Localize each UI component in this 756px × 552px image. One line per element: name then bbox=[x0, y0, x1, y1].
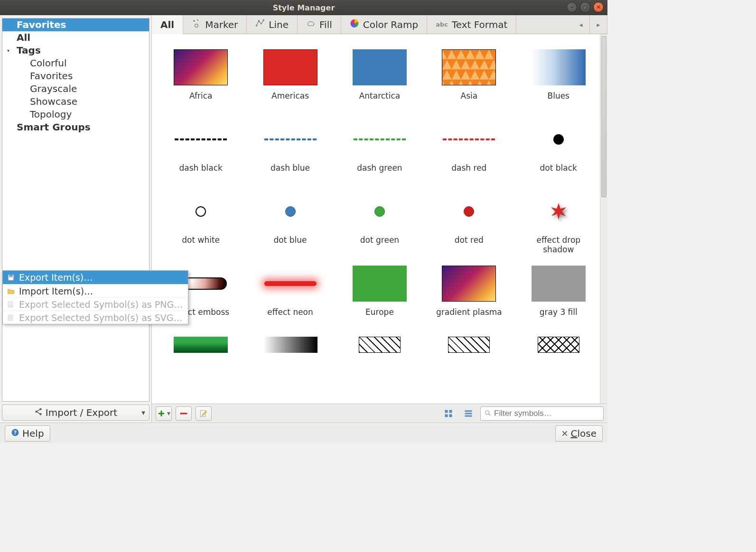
tab-all[interactable]: All bbox=[152, 15, 183, 34]
svg-rect-41 bbox=[465, 410, 472, 412]
add-item-button[interactable]: ▼ bbox=[156, 406, 172, 421]
category-tree[interactable]: Favorites All ▾Tags Colorful Favorites G… bbox=[2, 18, 149, 402]
symbol-item[interactable]: Europe bbox=[344, 265, 415, 327]
minimize-button[interactable]: – bbox=[567, 2, 577, 12]
symbol-item[interactable]: dash red bbox=[433, 120, 504, 183]
svg-rect-48 bbox=[8, 302, 12, 307]
symbol-item[interactable]: dot black bbox=[523, 120, 594, 183]
save-icon bbox=[7, 273, 15, 282]
tree-item-favorites-tag[interactable]: Favorites bbox=[2, 70, 149, 83]
tab-line[interactable]: Line bbox=[247, 15, 298, 34]
tab-fill[interactable]: Fill bbox=[298, 15, 341, 34]
symbol-item[interactable]: Americas bbox=[255, 48, 326, 111]
vertical-scrollbar[interactable] bbox=[600, 34, 607, 404]
tree-item-showcase[interactable]: Showcase bbox=[2, 95, 149, 108]
svg-marker-31 bbox=[466, 81, 475, 85]
import-export-button[interactable]: Import / Export ▼ bbox=[2, 405, 149, 421]
symbol-grid[interactable]: Africa Americas Antarctica Asia Blues da… bbox=[152, 34, 607, 404]
symbol-item[interactable]: dash blue bbox=[255, 120, 326, 183]
symbol-item[interactable]: gradient plasma bbox=[433, 265, 504, 327]
svg-rect-37 bbox=[445, 410, 448, 413]
tab-text-format[interactable]: abc Text Format bbox=[427, 15, 516, 34]
filter-input[interactable] bbox=[494, 409, 599, 418]
share-icon bbox=[34, 407, 43, 418]
tree-item-favorites[interactable]: Favorites bbox=[2, 18, 149, 31]
symbol-item[interactable]: dot green bbox=[344, 193, 415, 255]
dropdown-icon: ▼ bbox=[167, 411, 170, 416]
content-pane: All Marker Line Fill Color Ramp abc Text… bbox=[151, 15, 607, 423]
titlebar: Style Manager – ▢ ✕ bbox=[0, 0, 607, 15]
svg-point-44 bbox=[485, 411, 489, 414]
tree-item-colorful[interactable]: Colorful bbox=[2, 57, 149, 70]
symbol-item[interactable]: dot red bbox=[433, 193, 504, 255]
svg-rect-47 bbox=[9, 278, 13, 280]
svg-marker-29 bbox=[447, 81, 457, 85]
symbol-item[interactable] bbox=[165, 337, 236, 353]
svg-rect-42 bbox=[465, 413, 472, 414]
svg-rect-43 bbox=[465, 415, 472, 416]
svg-marker-21 bbox=[485, 50, 494, 59]
symbol-item[interactable] bbox=[344, 337, 415, 353]
fill-icon bbox=[306, 18, 316, 30]
menu-export-png: Export Selected Symbol(s) as PNG… bbox=[3, 297, 188, 311]
sidebar: Favorites All ▾Tags Colorful Favorites G… bbox=[0, 15, 151, 423]
svg-marker-16 bbox=[442, 50, 447, 59]
tab-bar: All Marker Line Fill Color Ramp abc Text… bbox=[152, 15, 607, 34]
menu-export-svg: Export Selected Symbol(s) as SVG… bbox=[3, 311, 188, 324]
symbol-item[interactable]: Asia bbox=[433, 48, 504, 111]
svg-marker-11 bbox=[452, 60, 461, 70]
tab-color-ramp[interactable]: Color Ramp bbox=[341, 15, 427, 34]
tree-item-grayscale[interactable]: Grayscale bbox=[2, 83, 149, 95]
marker-icon bbox=[192, 18, 201, 30]
edit-item-button[interactable] bbox=[196, 406, 212, 421]
icon-view-button[interactable] bbox=[440, 406, 457, 421]
symbol-item[interactable]: dash black bbox=[165, 120, 236, 183]
import-export-menu: Export Item(s)… Import Item(s)… Export S… bbox=[2, 270, 188, 324]
menu-import-items[interactable]: Import Item(s)… bbox=[3, 284, 188, 297]
close-icon bbox=[561, 428, 568, 439]
svg-rect-46 bbox=[9, 275, 13, 277]
svg-rect-39 bbox=[445, 414, 448, 417]
symbol-item[interactable]: Africa bbox=[165, 48, 236, 111]
caret-icon[interactable]: ▾ bbox=[7, 44, 9, 57]
dropdown-icon: ▼ bbox=[141, 410, 145, 415]
remove-item-button[interactable] bbox=[176, 406, 192, 421]
symbol-item[interactable]: gray 3 fill bbox=[523, 265, 594, 327]
filter-box[interactable] bbox=[480, 406, 604, 421]
svg-marker-25 bbox=[470, 70, 480, 80]
symbol-item[interactable]: effect drop shadow bbox=[523, 193, 594, 255]
svg-rect-40 bbox=[449, 414, 452, 417]
svg-rect-35 bbox=[180, 413, 187, 414]
tab-scroll-left[interactable]: ◂ bbox=[572, 15, 590, 34]
tab-scroll-right[interactable]: ▸ bbox=[590, 15, 607, 34]
symbol-item[interactable] bbox=[255, 337, 326, 353]
help-button[interactable]: ? Help bbox=[5, 425, 50, 442]
symbol-item[interactable]: effect neon bbox=[255, 265, 326, 327]
svg-point-8 bbox=[263, 19, 264, 21]
svg-marker-13 bbox=[470, 60, 480, 70]
symbol-item[interactable]: dash green bbox=[344, 120, 415, 183]
svg-marker-17 bbox=[447, 50, 457, 59]
symbol-item[interactable]: Blues bbox=[523, 48, 594, 111]
symbol-item[interactable]: Antarctica bbox=[344, 48, 415, 111]
svg-marker-27 bbox=[489, 70, 496, 80]
symbol-item[interactable]: dot white bbox=[165, 193, 236, 255]
tree-item-tags[interactable]: ▾Tags bbox=[2, 44, 149, 57]
list-view-button[interactable] bbox=[460, 406, 476, 421]
maximize-button[interactable]: ▢ bbox=[580, 2, 590, 12]
tree-item-all[interactable]: All bbox=[2, 31, 149, 44]
symbol-item[interactable]: dot blue bbox=[255, 193, 326, 255]
svg-marker-23 bbox=[452, 70, 461, 80]
svg-point-3 bbox=[194, 20, 195, 21]
close-window-button[interactable]: ✕ bbox=[593, 2, 604, 12]
svg-marker-22 bbox=[442, 70, 452, 80]
menu-export-items[interactable]: Export Item(s)… bbox=[3, 271, 188, 284]
symbol-item[interactable] bbox=[523, 337, 594, 353]
tree-item-smart-groups[interactable]: Smart Groups bbox=[2, 121, 149, 134]
symbol-item[interactable] bbox=[433, 337, 504, 353]
tree-item-topology[interactable]: Topology bbox=[2, 108, 149, 121]
close-button[interactable]: Close bbox=[555, 425, 603, 442]
color-ramp-icon bbox=[350, 18, 359, 30]
tab-marker[interactable]: Marker bbox=[183, 15, 247, 34]
help-icon: ? bbox=[11, 428, 19, 439]
